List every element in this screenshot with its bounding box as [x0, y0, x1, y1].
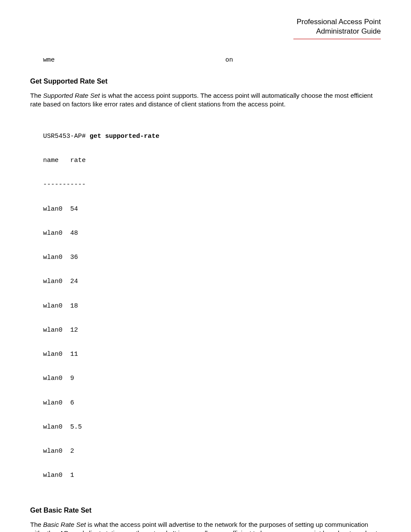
cli-row: wlan0 36	[43, 254, 381, 262]
header-title-1: Professional Access Point	[30, 17, 381, 27]
header-title-2: Administrator Guide	[30, 27, 381, 36]
section-title-basic-rate: Get Basic Rate Set	[30, 507, 381, 514]
page-header: Professional Access Point Administrator …	[30, 17, 381, 36]
cli-row: wlan0 1	[43, 472, 381, 480]
codeblock-supported-rate: USR5453-AP# get supported-rate name rate…	[43, 116, 381, 496]
cli-row: wlan0 24	[43, 278, 381, 286]
cli-row: wlan0 2	[43, 448, 381, 456]
wme-label: wme	[43, 56, 55, 64]
cli-row: wlan0 48	[43, 230, 381, 238]
cli-row: wlan0 54	[43, 205, 381, 214]
cli-row: wlan0 5.5	[43, 423, 381, 432]
cli-row: wlan0 18	[43, 302, 381, 311]
cli-command: get supported-rate	[90, 133, 159, 140]
cli-row: wlan0 6	[43, 399, 381, 408]
italic-term: Basic Rate Set	[43, 521, 86, 528]
cli-row: wlan0 9	[43, 375, 381, 383]
italic-term: Supported Rate Set	[43, 92, 100, 99]
section2-paragraph: The Basic Rate Set is what the access po…	[30, 520, 381, 532]
page: Professional Access Point Administrator …	[0, 0, 411, 532]
cli-prompt: USR5453-AP#	[43, 133, 90, 140]
cli-header: name rate	[43, 157, 381, 165]
section-title-supported-rate: Get Supported Rate Set	[30, 78, 381, 85]
header-rule	[293, 39, 381, 39]
cli-separator: -----------	[43, 181, 381, 189]
cli-row: wlan0 11	[43, 351, 381, 359]
wme-value: on	[225, 56, 233, 64]
section1-paragraph: The Supported Rate Set is what the acces…	[30, 91, 381, 109]
cli-row: wlan0 12	[43, 327, 381, 335]
wme-line: wme on	[43, 56, 381, 65]
